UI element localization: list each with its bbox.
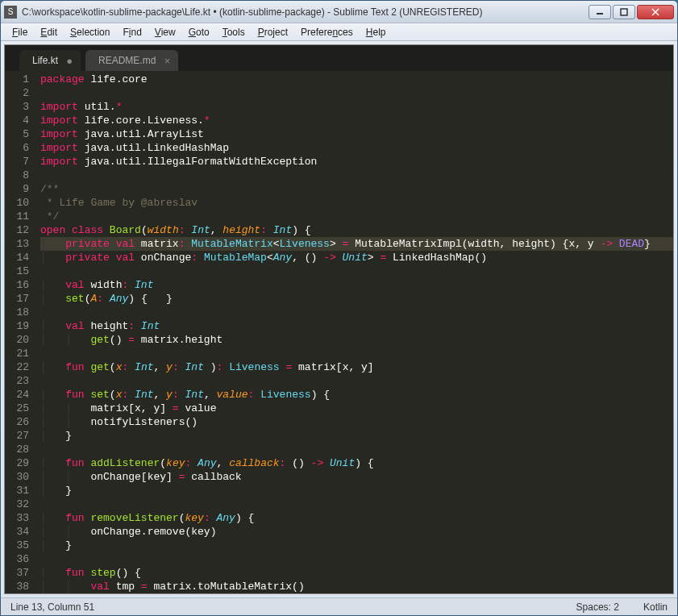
code-line[interactable]: │ }: [40, 484, 673, 497]
code-line[interactable]: │ fun set(x: Int, y: Int, value: Livenes…: [40, 388, 673, 402]
code-line[interactable]: │ fun removeListener(key: Any) {: [40, 511, 673, 525]
app-window: S C:\workspace\kotlin-sublime-package\Li…: [0, 0, 678, 616]
code-line[interactable]: import java.util.IllegalFormatWidthExcep…: [40, 155, 673, 169]
line-number: 15: [5, 264, 29, 278]
code-line[interactable]: import life.core.Liveness.*: [40, 114, 673, 127]
code-line[interactable]: │ │ get() = matrix.height: [40, 333, 673, 347]
menu-selection[interactable]: Selection: [64, 25, 116, 40]
tabbar: Life.kt ● README.md ×: [5, 45, 673, 71]
status-position: Line 13, Column 51: [10, 601, 552, 613]
menu-tools[interactable]: Tools: [216, 25, 252, 40]
line-number: 7: [5, 155, 29, 169]
app-icon: S: [4, 6, 17, 19]
line-number: 25: [5, 402, 29, 415]
code-line[interactable]: [40, 306, 673, 319]
line-number: 22: [5, 360, 29, 374]
code-line[interactable]: │ set(A: Any) { }: [40, 292, 673, 306]
tab-dirty-icon: ●: [66, 55, 73, 67]
code-line[interactable]: import java.util.ArrayList: [40, 127, 673, 141]
line-number: 9: [5, 182, 29, 196]
code-line[interactable]: │ │ onChange.remove(key): [40, 525, 673, 539]
menu-find[interactable]: Find: [116, 25, 148, 40]
line-number: 4: [5, 114, 29, 127]
code-line[interactable]: [40, 86, 673, 100]
tab-life-kt[interactable]: Life.kt ●: [19, 50, 81, 71]
line-number: 37: [5, 566, 29, 580]
line-number: 31: [5, 484, 29, 497]
menu-preferences[interactable]: Preferences: [294, 25, 360, 40]
code-line[interactable]: open class Board(width: Int, height: Int…: [40, 223, 673, 237]
line-number: 30: [5, 470, 29, 484]
code-line[interactable]: import util.*: [40, 100, 673, 114]
code-line[interactable]: │ fun get(x: Int, y: Int ): Liveness = m…: [40, 360, 673, 374]
code-line[interactable]: [40, 169, 673, 182]
line-number: 35: [5, 539, 29, 552]
line-number: 32: [5, 497, 29, 511]
line-number: 12: [5, 223, 29, 237]
code-line[interactable]: │ │ val tmp = matrix.toMutableMatrix(): [40, 580, 673, 593]
tab-readme-md[interactable]: README.md ×: [85, 50, 178, 71]
menu-project[interactable]: Project: [252, 25, 294, 40]
code-area[interactable]: package life.coreimport util.*import lif…: [37, 71, 673, 593]
code-line[interactable]: │ }: [40, 429, 673, 443]
code-line[interactable]: │ fun step() {: [40, 566, 673, 580]
tab-label: Life.kt: [32, 55, 58, 66]
line-number: 19: [5, 319, 29, 333]
line-number: 38: [5, 580, 29, 593]
line-number: 3: [5, 100, 29, 114]
line-number: 11: [5, 210, 29, 223]
line-number: 21: [5, 347, 29, 360]
menu-goto[interactable]: Goto: [182, 25, 216, 40]
code-line[interactable]: │ fun addListener(key: Any, callback: ()…: [40, 456, 673, 470]
code-line[interactable]: /**: [40, 182, 673, 196]
editor-body[interactable]: 1234567891011121314151617181920212223242…: [5, 71, 673, 593]
code-line[interactable]: [40, 347, 673, 360]
code-line[interactable]: [40, 552, 673, 566]
code-line[interactable]: │ private val matrix: MutableMatrix<Live…: [40, 237, 673, 251]
status-syntax[interactable]: Kotlin: [643, 601, 668, 613]
line-number: 17: [5, 292, 29, 306]
line-number: 2: [5, 86, 29, 100]
code-line[interactable]: * Life Game by @abreslav: [40, 196, 673, 210]
menu-file[interactable]: File: [6, 25, 34, 40]
maximize-button[interactable]: [613, 5, 635, 19]
statusbar: Line 13, Column 51 Spaces: 2 Kotlin: [1, 597, 677, 615]
code-line[interactable]: */: [40, 210, 673, 223]
line-number: 16: [5, 278, 29, 292]
status-spaces[interactable]: Spaces: 2: [576, 601, 619, 613]
tab-close-icon[interactable]: ×: [164, 55, 171, 67]
code-line[interactable]: │ }: [40, 539, 673, 552]
line-number: 29: [5, 456, 29, 470]
line-number: 18: [5, 306, 29, 319]
code-line[interactable]: │ │ notifyListeners(): [40, 415, 673, 429]
code-line[interactable]: │ │ onChange[key] = callback: [40, 470, 673, 484]
line-number: 10: [5, 196, 29, 210]
menu-view[interactable]: View: [148, 25, 182, 40]
menubar: File Edit Selection Find View Goto Tools…: [1, 23, 677, 41]
line-number-gutter[interactable]: 1234567891011121314151617181920212223242…: [5, 71, 37, 593]
code-line[interactable]: [40, 264, 673, 278]
tab-label: README.md: [98, 55, 156, 66]
line-number: 1: [5, 73, 29, 86]
line-number: 24: [5, 388, 29, 402]
menu-edit[interactable]: Edit: [34, 25, 64, 40]
menu-help[interactable]: Help: [360, 25, 393, 40]
line-number: 26: [5, 415, 29, 429]
line-number: 6: [5, 141, 29, 155]
titlebar[interactable]: S C:\workspace\kotlin-sublime-package\Li…: [1, 1, 677, 23]
code-line[interactable]: │ private val onChange: MutableMap<Any, …: [40, 251, 673, 264]
code-line[interactable]: │ val width: Int: [40, 278, 673, 292]
line-number: 33: [5, 511, 29, 525]
line-number: 13: [5, 237, 29, 251]
window-title: C:\workspace\kotlin-sublime-package\Life…: [22, 6, 589, 18]
line-number: 20: [5, 333, 29, 347]
code-line[interactable]: [40, 497, 673, 511]
code-line[interactable]: [40, 443, 673, 456]
code-line[interactable]: │ │ matrix[x, y] = value: [40, 402, 673, 415]
code-line[interactable]: import java.util.LinkedHashMap: [40, 141, 673, 155]
minimize-button[interactable]: [589, 5, 611, 19]
code-line[interactable]: │ val height: Int: [40, 319, 673, 333]
code-line[interactable]: package life.core: [40, 73, 673, 86]
code-line[interactable]: [40, 374, 673, 388]
close-button[interactable]: [637, 5, 674, 19]
